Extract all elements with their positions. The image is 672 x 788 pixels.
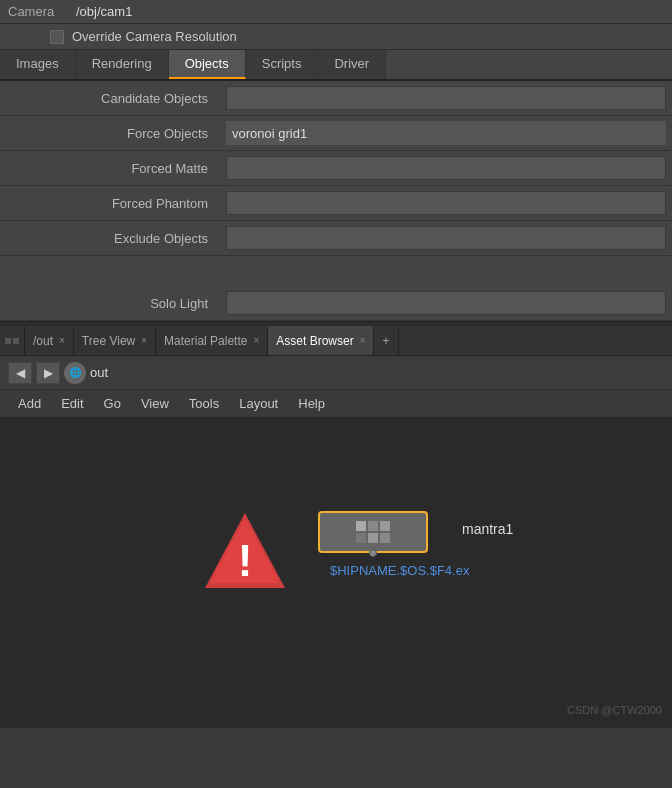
close-material-icon[interactable]: × — [253, 335, 259, 346]
node-dot — [369, 549, 377, 557]
camera-row: Camera /obj/cam1 — [0, 0, 672, 24]
camera-value: /obj/cam1 — [76, 4, 132, 19]
properties-grid: Candidate Objects Force Objects voronoi … — [0, 81, 672, 322]
forced-matte-value — [220, 151, 672, 186]
warning-triangle: ! — [200, 508, 290, 601]
force-objects-text: voronoi grid1 — [226, 121, 666, 145]
candidate-objects-value — [220, 81, 672, 116]
menu-bar: Add Edit Go View Tools Layout Help — [0, 390, 672, 418]
exclude-objects-label: Exclude Objects — [0, 221, 220, 256]
canvas-area: ! mantra1 $HIPNAME.$OS.$F4.ex CSDN @CTW2… — [0, 418, 672, 728]
node-box[interactable] — [318, 511, 428, 553]
bottom-tab-bar: /out × Tree View × Material Palette × As… — [0, 326, 672, 356]
spacer-value — [220, 256, 672, 286]
tab-scripts[interactable]: Scripts — [246, 50, 319, 79]
candidate-objects-label: Candidate Objects — [0, 81, 220, 116]
close-asset-icon[interactable]: × — [360, 335, 366, 346]
menu-layout[interactable]: Layout — [229, 394, 288, 413]
menu-view[interactable]: View — [131, 394, 179, 413]
bottom-tab-out[interactable]: /out × — [25, 326, 74, 355]
menu-help[interactable]: Help — [288, 394, 335, 413]
camera-label: Camera — [8, 4, 68, 19]
force-objects-label: Force Objects — [0, 116, 220, 151]
close-tree-icon[interactable]: × — [141, 335, 147, 346]
menu-tools[interactable]: Tools — [179, 394, 229, 413]
node-wrapper — [318, 511, 428, 553]
force-objects-value: voronoi grid1 — [220, 116, 672, 151]
node-label: mantra1 — [462, 521, 513, 537]
node-sublabel: $HIPNAME.$OS.$F4.ex — [330, 563, 469, 578]
exclude-objects-input[interactable] — [226, 226, 666, 250]
solo-light-label: Solo Light — [0, 286, 220, 321]
forward-button[interactable]: ▶ — [36, 362, 60, 384]
solo-light-input[interactable] — [226, 291, 666, 315]
menu-add[interactable]: Add — [8, 394, 51, 413]
tab-rendering[interactable]: Rendering — [76, 50, 169, 79]
override-label: Override Camera Resolution — [72, 29, 237, 44]
override-checkbox[interactable] — [50, 30, 64, 44]
tabs-row: Images Rendering Objects Scripts Driver — [0, 50, 672, 81]
tab-images[interactable]: Images — [0, 50, 76, 79]
nav-icon: 🌐 — [64, 362, 86, 384]
bottom-tab-asset-browser[interactable]: Asset Browser × — [268, 326, 374, 355]
forced-phantom-value — [220, 186, 672, 221]
tab-objects[interactable]: Objects — [169, 50, 246, 79]
exclude-objects-value — [220, 221, 672, 256]
forced-matte-label: Forced Matte — [0, 151, 220, 186]
forced-phantom-input[interactable] — [226, 191, 666, 215]
spacer-label — [0, 256, 220, 286]
watermark: CSDN @CTW2000 — [567, 704, 662, 716]
menu-edit[interactable]: Edit — [51, 394, 93, 413]
menu-go[interactable]: Go — [94, 394, 131, 413]
candidate-objects-input[interactable] — [226, 86, 666, 110]
tab-driver[interactable]: Driver — [318, 50, 386, 79]
svg-text:!: ! — [238, 536, 253, 585]
override-row: Override Camera Resolution — [0, 24, 672, 50]
nav-row: ◀ ▶ 🌐 out — [0, 356, 672, 390]
forced-matte-input[interactable] — [226, 156, 666, 180]
nav-path: out — [90, 365, 108, 380]
back-button[interactable]: ◀ — [8, 362, 32, 384]
bottom-tab-material-palette[interactable]: Material Palette × — [156, 326, 268, 355]
close-out-icon[interactable]: × — [59, 335, 65, 346]
solo-light-value — [220, 286, 672, 321]
add-tab-button[interactable]: + — [374, 326, 398, 355]
forced-phantom-label: Forced Phantom — [0, 186, 220, 221]
bottom-tab-tree-view[interactable]: Tree View × — [74, 326, 156, 355]
